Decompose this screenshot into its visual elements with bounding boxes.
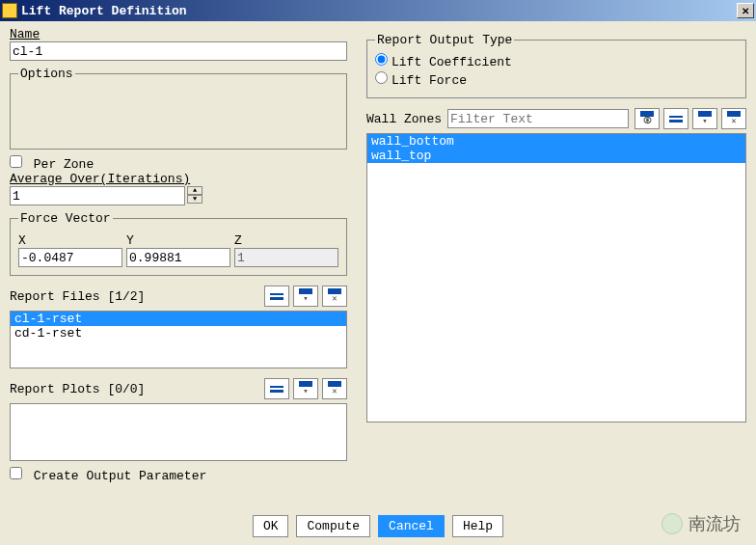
lift-force-radio[interactable] — [375, 71, 388, 84]
wall-zones-filter-input[interactable] — [447, 109, 629, 128]
list-item[interactable]: cl-1-rset — [11, 312, 346, 326]
wall-zones-sort-button[interactable] — [663, 108, 688, 129]
report-files-clear-button[interactable]: ✕ — [322, 286, 347, 307]
fv-z-label: Z — [234, 233, 338, 248]
create-output-checkbox[interactable] — [10, 467, 22, 479]
force-vector-group: Force Vector X Y Z — [10, 211, 347, 276]
fv-y-label: Y — [126, 233, 230, 248]
watermark: 南流坊 — [662, 512, 741, 535]
cancel-button[interactable]: Cancel — [378, 515, 445, 537]
fv-x-input[interactable] — [18, 248, 122, 267]
lift-force-label: Lift Force — [392, 73, 467, 88]
ok-button[interactable]: OK — [253, 515, 289, 537]
report-plots-list[interactable] — [10, 403, 347, 461]
fv-z-input — [234, 248, 338, 267]
list-item[interactable]: wall_top — [367, 149, 745, 163]
list-item[interactable]: cd-1-rset — [11, 326, 346, 341]
compute-button[interactable]: Compute — [296, 515, 370, 537]
button-bar: OK Compute Cancel Help 南流坊 — [10, 507, 746, 541]
per-zone-checkbox[interactable] — [10, 155, 22, 168]
name-label: Name — [10, 27, 347, 41]
name-input[interactable] — [10, 41, 347, 61]
wall-zones-select-all-button[interactable]: ▾ — [692, 108, 717, 129]
window-title: Lift Report Definition — [21, 4, 737, 18]
list-item[interactable]: wall_bottom — [367, 134, 745, 149]
fv-y-input[interactable] — [126, 248, 230, 267]
spinner-up-button[interactable]: ▲ — [187, 186, 202, 195]
spinner-down-button[interactable]: ▼ — [187, 195, 202, 204]
options-legend: Options — [18, 67, 75, 81]
wall-zones-deselect-all-button[interactable]: ✕ — [721, 108, 746, 129]
report-plots-label: Report Plots [0/0] — [10, 382, 264, 396]
report-plots-edit-button[interactable] — [264, 378, 289, 399]
output-type-group: Report Output Type Lift Coefficient Lift… — [366, 33, 746, 98]
wall-zones-list[interactable]: wall_bottomwall_top — [366, 133, 746, 422]
output-type-legend: Report Output Type — [375, 33, 514, 47]
watermark-text: 南流坊 — [688, 512, 741, 535]
per-zone-label: Per Zone — [34, 157, 94, 172]
fv-x-label: X — [18, 233, 122, 248]
help-button[interactable]: Help — [452, 515, 503, 537]
report-files-select-all-button[interactable]: ▾ — [293, 286, 318, 307]
force-vector-legend: Force Vector — [18, 211, 113, 226]
avg-over-label: Average Over(Iterations) — [10, 172, 347, 186]
wall-zones-filter-button[interactable]: ⦿ — [634, 108, 660, 129]
wall-zones-label: Wall Zones — [366, 112, 442, 126]
report-files-edit-button[interactable] — [264, 286, 289, 307]
lift-coef-label: Lift Coefficient — [392, 55, 512, 69]
watermark-icon — [662, 513, 683, 534]
lift-coef-radio[interactable] — [375, 53, 388, 66]
close-button[interactable]: ✕ — [737, 3, 754, 18]
titlebar: Lift Report Definition ✕ — [0, 0, 756, 21]
report-files-list[interactable]: cl-1-rsetcd-1-rset — [10, 311, 347, 368]
report-plots-select-all-button[interactable]: ▾ — [293, 378, 318, 399]
options-group: Options — [10, 67, 347, 150]
avg-over-input[interactable] — [10, 186, 185, 205]
create-output-label: Create Output Parameter — [34, 469, 206, 483]
app-icon — [2, 3, 17, 18]
report-files-label: Report Files [1/2] — [10, 289, 264, 304]
report-plots-clear-button[interactable]: ✕ — [322, 378, 347, 399]
